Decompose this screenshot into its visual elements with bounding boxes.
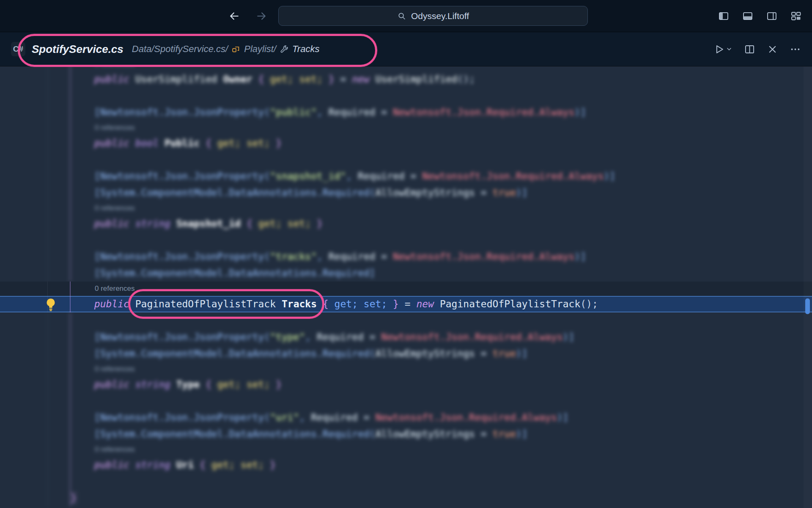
lightbulb-quickfix-icon[interactable] bbox=[43, 297, 58, 312]
code-line[interactable]: [Newtonsoft.Json.JsonProperty("tracks", … bbox=[0, 248, 812, 265]
code-area: 0 references public UserSimplified Owner… bbox=[0, 66, 812, 506]
code-section-focus: 0 references public PaginatedOfPlaylistT… bbox=[0, 282, 812, 312]
layout-controls bbox=[718, 10, 802, 22]
code-section-blurred: [Newtonsoft.Json.JsonProperty("type", Re… bbox=[0, 312, 812, 506]
code-line[interactable]: [System.ComponentModel.DataAnnotations.R… bbox=[0, 426, 812, 442]
code-line-blank bbox=[0, 312, 812, 329]
vscode-window: Odyssey.Liftoff C# SpotifyService.cs Dat… bbox=[0, 0, 812, 508]
code-line[interactable]: [Newtonsoft.Json.JsonProperty("public", … bbox=[0, 104, 812, 121]
search-icon bbox=[397, 11, 406, 21]
back-icon[interactable] bbox=[227, 8, 242, 24]
code-line[interactable]: [Newtonsoft.Json.JsonProperty("type", Re… bbox=[0, 329, 812, 345]
run-icon bbox=[713, 44, 725, 55]
code-line-highlighted[interactable]: public PaginatedOfPlaylistTrack Tracks {… bbox=[0, 296, 812, 312]
codelens-references[interactable]: 0 references bbox=[0, 121, 812, 135]
editor-scrollbar[interactable] bbox=[804, 66, 812, 508]
active-tab-filename[interactable]: SpotifyService.cs bbox=[32, 43, 123, 56]
breadcrumb-class-segment[interactable]: Playlist/ bbox=[244, 44, 276, 55]
breadcrumb-path[interactable]: Data/SpotifyService.cs/ bbox=[132, 44, 228, 55]
breadcrumb-property-segment[interactable]: Tracks bbox=[292, 44, 319, 55]
editor-tab-bar: C# SpotifyService.cs Data/SpotifyService… bbox=[0, 32, 812, 66]
code-line-blank bbox=[0, 88, 812, 104]
chevron-down-icon bbox=[726, 46, 732, 52]
forward-icon[interactable] bbox=[254, 8, 269, 24]
editor-actions bbox=[713, 44, 801, 55]
code-editor[interactable]: 0 references public UserSimplified Owner… bbox=[0, 66, 812, 508]
codelens-references[interactable]: 0 references bbox=[0, 201, 812, 215]
code-line[interactable]: public string Uri { get; set; } bbox=[0, 457, 812, 473]
split-editor-icon[interactable] bbox=[744, 44, 755, 55]
code-line-blank bbox=[0, 232, 812, 248]
code-line[interactable]: public bool Public { get; set; } bbox=[0, 135, 812, 152]
code-line[interactable]: public string Type { get; set; } bbox=[0, 376, 812, 393]
code-line[interactable]: [Newtonsoft.Json.JsonProperty("snapshot_… bbox=[0, 168, 812, 185]
code-line-blank bbox=[0, 152, 812, 168]
code-line[interactable]: [System.ComponentModel.DataAnnotations.R… bbox=[0, 265, 812, 282]
code-line-blank bbox=[0, 393, 812, 409]
close-editor-icon[interactable] bbox=[767, 44, 778, 55]
customize-layout-icon[interactable] bbox=[790, 10, 802, 22]
run-or-debug-button[interactable] bbox=[713, 44, 732, 55]
code-line[interactable]: public string Snapshot_id { get; set; } bbox=[0, 215, 812, 232]
code-line[interactable]: [System.ComponentModel.DataAnnotations.R… bbox=[0, 185, 812, 201]
code-line[interactable]: [System.ComponentModel.DataAnnotations.R… bbox=[0, 345, 812, 362]
toggle-secondary-sidebar-icon[interactable] bbox=[766, 10, 778, 22]
code-line[interactable]: } bbox=[0, 490, 812, 506]
more-actions-icon[interactable] bbox=[790, 44, 801, 55]
workspace-name: Odyssey.Liftoff bbox=[411, 11, 469, 21]
command-center-search[interactable]: Odyssey.Liftoff bbox=[278, 6, 588, 26]
toggle-panel-icon[interactable] bbox=[742, 10, 754, 22]
toggle-primary-sidebar-icon[interactable] bbox=[718, 10, 730, 22]
codelens-references[interactable]: 0 references bbox=[0, 442, 812, 457]
codelens-references[interactable]: 0 references bbox=[0, 362, 812, 376]
property-wrench-icon bbox=[280, 44, 289, 54]
csharp-file-icon: C# bbox=[11, 42, 25, 56]
overview-ruler-highlight bbox=[805, 298, 810, 314]
history-nav bbox=[227, 8, 269, 24]
code-line[interactable]: [Newtonsoft.Json.JsonProperty("uri", Req… bbox=[0, 409, 812, 426]
code-line-blank bbox=[0, 473, 812, 490]
class-symbol-icon bbox=[231, 44, 241, 54]
breadcrumb: Data/SpotifyService.cs/ Playlist/ Tracks bbox=[132, 44, 320, 55]
code-line[interactable]: public UserSimplified Owner { get; set; … bbox=[0, 71, 812, 88]
code-section-blurred: 0 references public UserSimplified Owner… bbox=[0, 66, 812, 282]
codelens-references[interactable]: 0 references bbox=[0, 282, 812, 296]
title-bar: Odyssey.Liftoff bbox=[0, 0, 812, 32]
codelens-references[interactable]: 0 references bbox=[0, 66, 812, 71]
